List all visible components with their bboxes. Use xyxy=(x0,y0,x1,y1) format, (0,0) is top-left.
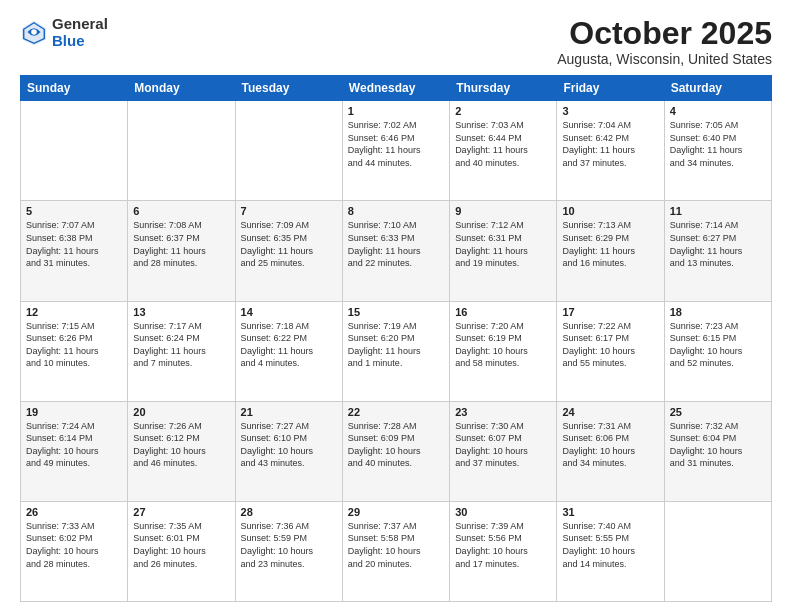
month-title: October 2025 xyxy=(557,16,772,51)
day-number: 13 xyxy=(133,306,229,318)
calendar-day-cell: 20Sunrise: 7:26 AM Sunset: 6:12 PM Dayli… xyxy=(128,401,235,501)
calendar-day-header: Friday xyxy=(557,76,664,101)
title-section: October 2025 Augusta, Wisconsin, United … xyxy=(557,16,772,67)
calendar-day-cell: 31Sunrise: 7:40 AM Sunset: 5:55 PM Dayli… xyxy=(557,501,664,601)
day-number: 3 xyxy=(562,105,658,117)
day-info: Sunrise: 7:22 AM Sunset: 6:17 PM Dayligh… xyxy=(562,320,658,370)
calendar-day-cell: 11Sunrise: 7:14 AM Sunset: 6:27 PM Dayli… xyxy=(664,201,771,301)
day-info: Sunrise: 7:27 AM Sunset: 6:10 PM Dayligh… xyxy=(241,420,337,470)
day-info: Sunrise: 7:04 AM Sunset: 6:42 PM Dayligh… xyxy=(562,119,658,169)
calendar-day-cell: 22Sunrise: 7:28 AM Sunset: 6:09 PM Dayli… xyxy=(342,401,449,501)
day-info: Sunrise: 7:17 AM Sunset: 6:24 PM Dayligh… xyxy=(133,320,229,370)
calendar-day-cell: 26Sunrise: 7:33 AM Sunset: 6:02 PM Dayli… xyxy=(21,501,128,601)
day-info: Sunrise: 7:09 AM Sunset: 6:35 PM Dayligh… xyxy=(241,219,337,269)
day-info: Sunrise: 7:07 AM Sunset: 6:38 PM Dayligh… xyxy=(26,219,122,269)
day-number: 4 xyxy=(670,105,766,117)
day-info: Sunrise: 7:05 AM Sunset: 6:40 PM Dayligh… xyxy=(670,119,766,169)
calendar-day-cell: 19Sunrise: 7:24 AM Sunset: 6:14 PM Dayli… xyxy=(21,401,128,501)
day-info: Sunrise: 7:02 AM Sunset: 6:46 PM Dayligh… xyxy=(348,119,444,169)
calendar-day-cell xyxy=(664,501,771,601)
calendar-day-cell: 21Sunrise: 7:27 AM Sunset: 6:10 PM Dayli… xyxy=(235,401,342,501)
day-number: 29 xyxy=(348,506,444,518)
day-info: Sunrise: 7:10 AM Sunset: 6:33 PM Dayligh… xyxy=(348,219,444,269)
day-number: 17 xyxy=(562,306,658,318)
day-info: Sunrise: 7:33 AM Sunset: 6:02 PM Dayligh… xyxy=(26,520,122,570)
day-number: 7 xyxy=(241,205,337,217)
page: General Blue October 2025 Augusta, Wisco… xyxy=(0,0,792,612)
calendar-day-cell: 3Sunrise: 7:04 AM Sunset: 6:42 PM Daylig… xyxy=(557,101,664,201)
day-info: Sunrise: 7:26 AM Sunset: 6:12 PM Dayligh… xyxy=(133,420,229,470)
day-info: Sunrise: 7:37 AM Sunset: 5:58 PM Dayligh… xyxy=(348,520,444,570)
day-number: 12 xyxy=(26,306,122,318)
calendar-day-cell xyxy=(128,101,235,201)
day-number: 24 xyxy=(562,406,658,418)
calendar-day-cell: 2Sunrise: 7:03 AM Sunset: 6:44 PM Daylig… xyxy=(450,101,557,201)
day-number: 31 xyxy=(562,506,658,518)
calendar-day-cell: 13Sunrise: 7:17 AM Sunset: 6:24 PM Dayli… xyxy=(128,301,235,401)
logo-text: General Blue xyxy=(52,16,108,49)
day-number: 1 xyxy=(348,105,444,117)
calendar-week-row: 5Sunrise: 7:07 AM Sunset: 6:38 PM Daylig… xyxy=(21,201,772,301)
calendar-day-cell: 14Sunrise: 7:18 AM Sunset: 6:22 PM Dayli… xyxy=(235,301,342,401)
calendar-week-row: 12Sunrise: 7:15 AM Sunset: 6:26 PM Dayli… xyxy=(21,301,772,401)
calendar-day-cell: 27Sunrise: 7:35 AM Sunset: 6:01 PM Dayli… xyxy=(128,501,235,601)
calendar-header-row: SundayMondayTuesdayWednesdayThursdayFrid… xyxy=(21,76,772,101)
day-info: Sunrise: 7:18 AM Sunset: 6:22 PM Dayligh… xyxy=(241,320,337,370)
calendar-day-header: Saturday xyxy=(664,76,771,101)
day-number: 9 xyxy=(455,205,551,217)
day-info: Sunrise: 7:32 AM Sunset: 6:04 PM Dayligh… xyxy=(670,420,766,470)
calendar-day-cell: 17Sunrise: 7:22 AM Sunset: 6:17 PM Dayli… xyxy=(557,301,664,401)
day-info: Sunrise: 7:13 AM Sunset: 6:29 PM Dayligh… xyxy=(562,219,658,269)
day-number: 18 xyxy=(670,306,766,318)
day-info: Sunrise: 7:40 AM Sunset: 5:55 PM Dayligh… xyxy=(562,520,658,570)
calendar-day-cell: 4Sunrise: 7:05 AM Sunset: 6:40 PM Daylig… xyxy=(664,101,771,201)
day-info: Sunrise: 7:12 AM Sunset: 6:31 PM Dayligh… xyxy=(455,219,551,269)
day-info: Sunrise: 7:08 AM Sunset: 6:37 PM Dayligh… xyxy=(133,219,229,269)
day-number: 27 xyxy=(133,506,229,518)
calendar-day-header: Sunday xyxy=(21,76,128,101)
day-number: 5 xyxy=(26,205,122,217)
calendar-week-row: 19Sunrise: 7:24 AM Sunset: 6:14 PM Dayli… xyxy=(21,401,772,501)
calendar-day-cell: 1Sunrise: 7:02 AM Sunset: 6:46 PM Daylig… xyxy=(342,101,449,201)
day-info: Sunrise: 7:03 AM Sunset: 6:44 PM Dayligh… xyxy=(455,119,551,169)
calendar-day-cell: 29Sunrise: 7:37 AM Sunset: 5:58 PM Dayli… xyxy=(342,501,449,601)
location: Augusta, Wisconsin, United States xyxy=(557,51,772,67)
calendar-day-cell: 18Sunrise: 7:23 AM Sunset: 6:15 PM Dayli… xyxy=(664,301,771,401)
calendar-day-cell: 12Sunrise: 7:15 AM Sunset: 6:26 PM Dayli… xyxy=(21,301,128,401)
day-info: Sunrise: 7:19 AM Sunset: 6:20 PM Dayligh… xyxy=(348,320,444,370)
calendar-week-row: 1Sunrise: 7:02 AM Sunset: 6:46 PM Daylig… xyxy=(21,101,772,201)
calendar-day-cell: 8Sunrise: 7:10 AM Sunset: 6:33 PM Daylig… xyxy=(342,201,449,301)
calendar-week-row: 26Sunrise: 7:33 AM Sunset: 6:02 PM Dayli… xyxy=(21,501,772,601)
calendar-day-cell: 16Sunrise: 7:20 AM Sunset: 6:19 PM Dayli… xyxy=(450,301,557,401)
calendar-day-cell: 15Sunrise: 7:19 AM Sunset: 6:20 PM Dayli… xyxy=(342,301,449,401)
calendar-day-header: Wednesday xyxy=(342,76,449,101)
day-info: Sunrise: 7:30 AM Sunset: 6:07 PM Dayligh… xyxy=(455,420,551,470)
day-number: 6 xyxy=(133,205,229,217)
day-info: Sunrise: 7:31 AM Sunset: 6:06 PM Dayligh… xyxy=(562,420,658,470)
calendar-day-cell: 5Sunrise: 7:07 AM Sunset: 6:38 PM Daylig… xyxy=(21,201,128,301)
calendar-day-header: Thursday xyxy=(450,76,557,101)
day-info: Sunrise: 7:20 AM Sunset: 6:19 PM Dayligh… xyxy=(455,320,551,370)
day-number: 2 xyxy=(455,105,551,117)
day-info: Sunrise: 7:14 AM Sunset: 6:27 PM Dayligh… xyxy=(670,219,766,269)
logo: General Blue xyxy=(20,16,108,49)
day-number: 8 xyxy=(348,205,444,217)
day-number: 10 xyxy=(562,205,658,217)
day-info: Sunrise: 7:23 AM Sunset: 6:15 PM Dayligh… xyxy=(670,320,766,370)
calendar-day-cell: 9Sunrise: 7:12 AM Sunset: 6:31 PM Daylig… xyxy=(450,201,557,301)
day-number: 30 xyxy=(455,506,551,518)
day-number: 26 xyxy=(26,506,122,518)
day-info: Sunrise: 7:28 AM Sunset: 6:09 PM Dayligh… xyxy=(348,420,444,470)
calendar-day-cell: 7Sunrise: 7:09 AM Sunset: 6:35 PM Daylig… xyxy=(235,201,342,301)
logo-general: General xyxy=(52,16,108,33)
day-number: 11 xyxy=(670,205,766,217)
calendar-day-cell: 6Sunrise: 7:08 AM Sunset: 6:37 PM Daylig… xyxy=(128,201,235,301)
svg-point-2 xyxy=(31,29,37,35)
day-number: 25 xyxy=(670,406,766,418)
day-number: 21 xyxy=(241,406,337,418)
day-info: Sunrise: 7:24 AM Sunset: 6:14 PM Dayligh… xyxy=(26,420,122,470)
logo-blue: Blue xyxy=(52,33,108,50)
calendar-day-header: Tuesday xyxy=(235,76,342,101)
calendar-day-cell: 28Sunrise: 7:36 AM Sunset: 5:59 PM Dayli… xyxy=(235,501,342,601)
logo-icon xyxy=(20,19,48,47)
